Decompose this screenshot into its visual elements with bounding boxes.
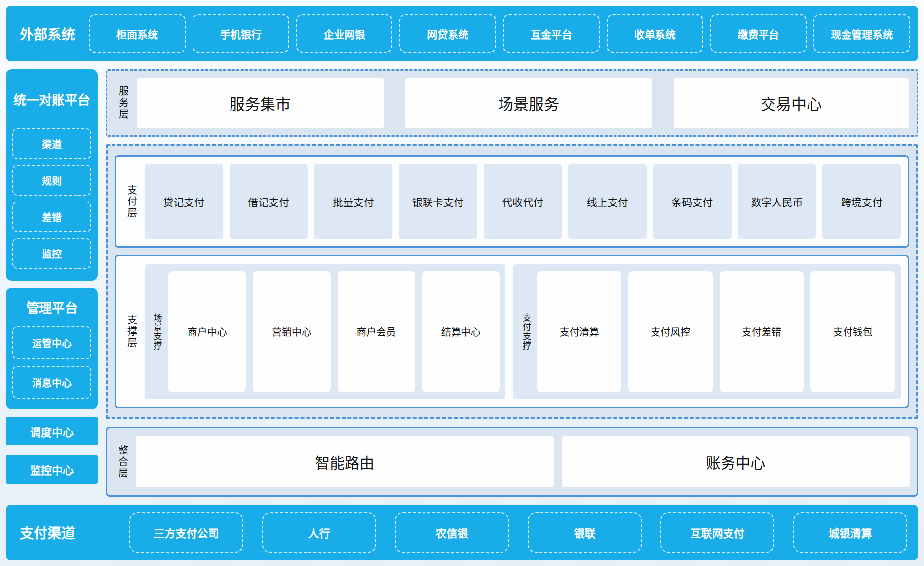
reconciliation-item: 差错 <box>12 202 91 232</box>
payment-support-label: 支付支撑 <box>519 271 532 392</box>
support-layer-box: 支撑层 场景支撑 商户中心 营销中心 商户会员 结算中心 <box>115 255 909 408</box>
scene-support-item: 营销中心 <box>253 271 330 392</box>
payment-channel-item: 城银清算 <box>793 512 907 553</box>
management-item: 消息中心 <box>12 366 91 399</box>
payment-layer-label: 支付层 <box>123 164 141 239</box>
payment-channels-title: 支付渠道 <box>6 523 129 542</box>
payment-support-region: 支付层 贷记支付 借记支付 批量支付 银联卡支付 代收代付 线上支付 条码支付 … <box>106 144 918 419</box>
management-platform-panel: 管理平台 运管中心 消息中心 <box>6 288 98 409</box>
payment-layer-item: 线上支付 <box>568 164 647 239</box>
payment-support-item: 支付风控 <box>628 271 713 392</box>
payment-channels-items: 三方支付公司 人行 农信银 银联 互联网支付 城银清算 <box>129 512 918 553</box>
reconciliation-platform-title: 统一对账平台 <box>12 75 91 122</box>
middle-section: 统一对账平台 渠道 规则 差错 监控 管理平台 运管中心 消息中心 调度中心 监… <box>6 69 918 497</box>
external-system-item: 收单系统 <box>607 14 703 53</box>
payment-channel-item: 三方支付公司 <box>129 512 243 553</box>
reconciliation-item: 监控 <box>12 238 91 269</box>
reconciliation-platform-panel: 统一对账平台 渠道 规则 差错 监控 <box>6 69 98 281</box>
scene-support-item: 商户会员 <box>338 271 415 392</box>
architecture-main: 服务层 服务集市 场景服务 交易中心 支付层 贷记支付 借记支付 批量支付 银联… <box>106 69 918 497</box>
payment-support-group: 支付支撑 支付清算 支付风控 支付差错 支付钱包 <box>513 264 901 399</box>
payment-support-item: 支付清算 <box>537 271 621 392</box>
integration-layer-item: 智能路由 <box>136 436 554 487</box>
external-system-item: 企业网银 <box>296 14 393 53</box>
service-layer-label: 服务层 <box>115 78 132 128</box>
payment-layer-item: 批量支付 <box>314 164 392 239</box>
reconciliation-item: 规则 <box>12 165 91 196</box>
external-system-item: 手机银行 <box>192 14 289 53</box>
scene-support-item: 结算中心 <box>422 271 500 392</box>
integration-layer-item: 账务中心 <box>562 436 910 487</box>
payment-channel-item: 人行 <box>262 512 376 553</box>
monitor-center-block: 监控中心 <box>6 455 98 484</box>
payment-support-item: 支付差错 <box>720 271 804 392</box>
integration-layer-box: 整合层 智能路由 账务中心 <box>106 427 918 497</box>
payment-channels-bar: 支付渠道 三方支付公司 人行 农信银 银联 互联网支付 城银清算 <box>6 505 918 560</box>
payment-channel-item: 农信银 <box>395 512 509 553</box>
external-system-item: 互金平台 <box>503 14 600 53</box>
payment-layer-box: 支付层 贷记支付 借记支付 批量支付 银联卡支付 代收代付 线上支付 条码支付 … <box>115 155 909 248</box>
payment-layer-item: 贷记支付 <box>145 164 223 239</box>
payment-channel-item: 互联网支付 <box>660 512 774 553</box>
external-system-item: 网贷系统 <box>399 14 496 53</box>
integration-layer-label: 整合层 <box>114 436 132 487</box>
payment-layer-item: 银联卡支付 <box>399 164 477 239</box>
payment-layer-items: 贷记支付 借记支付 批量支付 银联卡支付 代收代付 线上支付 条码支付 数字人民… <box>145 164 901 239</box>
left-sidebar: 统一对账平台 渠道 规则 差错 监控 管理平台 运管中心 消息中心 调度中心 监… <box>6 69 98 497</box>
scene-support-items: 商户中心 营销中心 商户会员 结算中心 <box>168 271 500 392</box>
external-system-item: 柜面系统 <box>89 14 186 53</box>
service-layer-item: 场景服务 <box>405 78 652 128</box>
scene-support-group: 场景支撑 商户中心 营销中心 商户会员 结算中心 <box>145 264 505 399</box>
support-layer-label: 支撑层 <box>123 264 141 399</box>
external-systems-title: 外部系统 <box>6 24 89 43</box>
service-layer-items: 服务集市 场景服务 交易中心 <box>137 78 909 128</box>
external-system-item: 现金管理系统 <box>813 14 910 53</box>
service-layer-item: 服务集市 <box>137 78 384 128</box>
integration-layer-items: 智能路由 账务中心 <box>136 436 910 487</box>
external-system-item: 缴费平台 <box>710 14 807 53</box>
external-systems-items: 柜面系统 手机银行 企业网银 网贷系统 互金平台 收单系统 缴费平台 现金管理系… <box>89 14 918 53</box>
reconciliation-item: 渠道 <box>12 128 91 159</box>
service-layer-region: 服务层 服务集市 场景服务 交易中心 <box>106 69 918 137</box>
management-item: 运管中心 <box>12 326 91 359</box>
payment-channel-item: 银联 <box>528 512 642 553</box>
payment-layer-item: 跨境支付 <box>822 164 901 239</box>
payment-support-items: 支付清算 支付风控 支付差错 支付钱包 <box>537 271 895 392</box>
payment-layer-item: 数字人民币 <box>738 164 816 239</box>
payment-platform-architecture-diagram: 外部系统 柜面系统 手机银行 企业网银 网贷系统 互金平台 收单系统 缴费平台 … <box>0 0 924 566</box>
service-layer-item: 交易中心 <box>674 78 909 128</box>
scene-support-label: 场景支撑 <box>151 271 163 392</box>
payment-layer-item: 借记支付 <box>230 164 308 239</box>
payment-support-item: 支付钱包 <box>810 271 895 392</box>
support-layer-groups: 场景支撑 商户中心 营销中心 商户会员 结算中心 支付支撑 支付清算 <box>145 264 901 399</box>
payment-layer-item: 条码支付 <box>653 164 732 239</box>
management-platform-title: 管理平台 <box>12 294 91 320</box>
dispatch-center-block: 调度中心 <box>6 417 98 445</box>
scene-support-item: 商户中心 <box>168 271 246 392</box>
external-systems-bar: 外部系统 柜面系统 手机银行 企业网银 网贷系统 互金平台 收单系统 缴费平台 … <box>6 6 918 61</box>
payment-layer-item: 代收代付 <box>484 164 562 239</box>
